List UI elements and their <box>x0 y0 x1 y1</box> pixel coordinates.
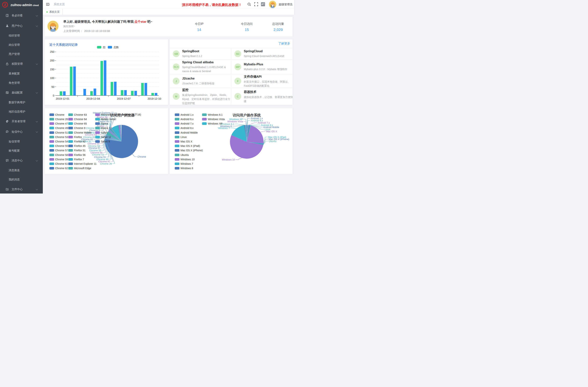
svg-text:文: 文 <box>263 3 265 5</box>
svg-text:2019-12-10: 2019-12-10 <box>147 97 161 100</box>
svg-text:50: 50 <box>51 85 54 88</box>
svg-text:200: 200 <box>50 59 54 62</box>
svg-text:总数: 总数 <box>113 46 119 49</box>
svg-text:250: 250 <box>50 50 54 53</box>
svg-text:2019-12-07: 2019-12-07 <box>117 97 131 100</box>
svg-text:0: 0 <box>53 94 54 97</box>
svg-text:100: 100 <box>50 77 54 80</box>
svg-text:您: 您 <box>103 46 105 49</box>
svg-text:2019-12-04: 2019-12-04 <box>86 97 100 100</box>
svg-text:150: 150 <box>50 68 54 71</box>
svg-text:2019-12-01: 2019-12-01 <box>56 97 69 100</box>
